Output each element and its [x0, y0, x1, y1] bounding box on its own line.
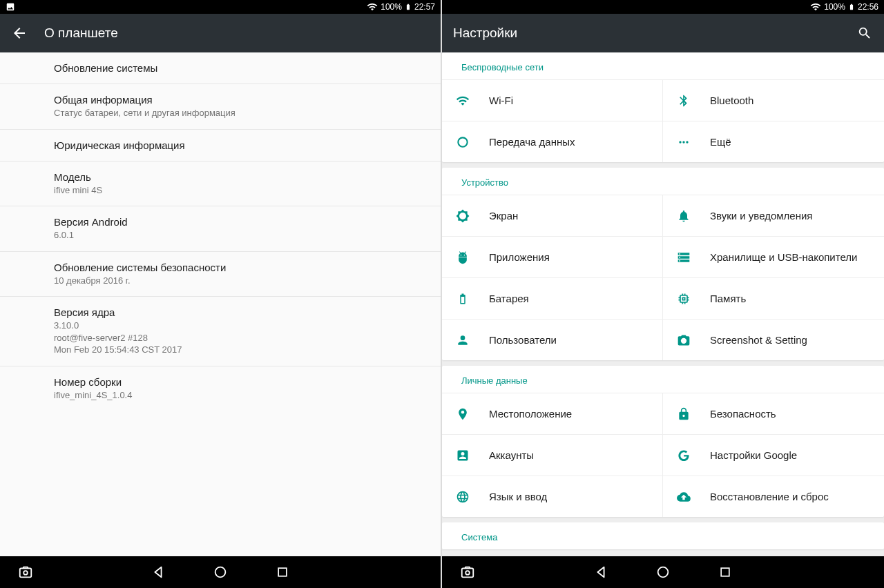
- general-info-row[interactable]: Общая информация Статус батареи, сети и …: [0, 84, 441, 130]
- battery-icon: [454, 291, 471, 307]
- tile-label: Восстановление и сброс: [710, 491, 829, 502]
- screenshot-icon: [675, 332, 692, 349]
- status-time: 22:57: [414, 2, 435, 12]
- svg-point-2: [215, 567, 226, 578]
- svg-rect-11: [721, 568, 729, 576]
- section-header: Устройство: [442, 168, 884, 195]
- tile-label: Ещё: [710, 136, 731, 148]
- row-primary: Версия ядра: [54, 306, 430, 318]
- svg-rect-0: [20, 569, 32, 578]
- navigation-bar: [442, 556, 884, 588]
- settings-tile-memory[interactable]: Память: [663, 277, 884, 319]
- tile-label: Память: [710, 293, 746, 304]
- settings-tile-wifi[interactable]: Wi-Fi: [442, 79, 663, 121]
- recents-nav-button[interactable]: [273, 563, 291, 581]
- accounts-icon: [454, 447, 471, 464]
- row-secondary: ifive_mini_4S_1.0.4: [54, 389, 430, 402]
- battery-icon: [848, 2, 855, 12]
- home-nav-button[interactable]: [211, 563, 229, 581]
- row-primary: Номер сборки: [54, 376, 430, 388]
- back-button[interactable]: [11, 25, 28, 41]
- svg-rect-3: [278, 568, 287, 576]
- svg-point-7: [686, 141, 688, 143]
- settings-tile-location[interactable]: Местоположение: [442, 393, 663, 434]
- tile-label: Wi-Fi: [489, 95, 513, 106]
- back-nav-button[interactable]: [149, 563, 167, 581]
- display-icon: [454, 208, 471, 224]
- row-primary: Модель: [54, 171, 430, 183]
- data-usage-icon: [454, 134, 471, 150]
- more-icon: [675, 134, 692, 150]
- settings-tile-storage[interactable]: Хранилище и USB-накопители: [663, 236, 884, 277]
- settings-section: Беспроводные сетиWi-FiBluetoothПередача …: [442, 52, 884, 162]
- row-secondary: ifive mini 4S: [54, 184, 430, 197]
- home-nav-button[interactable]: [654, 563, 672, 581]
- android-version-row[interactable]: Версия Android 6.0.1: [0, 206, 441, 252]
- settings-tile-bluetooth[interactable]: Bluetooth: [663, 79, 884, 121]
- tile-label: Bluetooth: [710, 95, 753, 106]
- tile-label: Язык и ввод: [489, 491, 547, 502]
- svg-point-6: [682, 141, 684, 143]
- row-primary: Обновление системы безопасности: [54, 262, 430, 273]
- row-primary: Версия Android: [54, 216, 430, 228]
- tile-label: Экран: [489, 210, 518, 222]
- section-header: Беспроводные сети: [442, 52, 884, 79]
- row-secondary: 6.0.1: [54, 229, 430, 242]
- status-bar: 100% 22:57: [0, 0, 441, 14]
- system-update-row[interactable]: Обновление системы: [0, 52, 441, 84]
- tile-label: Безопасность: [710, 408, 776, 420]
- settings-tile-apps[interactable]: Приложения: [442, 236, 663, 277]
- settings-tile-display[interactable]: Экран: [442, 195, 663, 236]
- wifi-icon: [810, 1, 821, 12]
- settings-tile-backup[interactable]: Восстановление и сброс: [663, 476, 884, 517]
- location-icon: [454, 406, 471, 422]
- back-nav-button[interactable]: [592, 563, 610, 581]
- settings-section: Система: [442, 522, 884, 549]
- section-header: Система: [442, 522, 884, 549]
- settings-tile-google[interactable]: Настройки Google: [663, 434, 884, 476]
- svg-rect-8: [462, 569, 474, 578]
- legal-info-row[interactable]: Юридическая информация: [0, 130, 441, 161]
- tile-label: Screenshot & Setting: [710, 334, 807, 346]
- tile-label: Передача данных: [489, 136, 575, 148]
- screenshot-button[interactable]: [459, 563, 477, 581]
- settings-tile-more[interactable]: Ещё: [663, 121, 884, 162]
- row-secondary: 3.10.0 root@five-server2 #128 Mon Feb 20…: [54, 320, 430, 356]
- recents-nav-button[interactable]: [716, 563, 734, 581]
- language-icon: [454, 489, 471, 505]
- svg-point-4: [458, 137, 467, 146]
- settings-content[interactable]: Беспроводные сетиWi-FiBluetoothПередача …: [442, 52, 884, 556]
- row-secondary: 10 декабря 2016 г.: [54, 275, 430, 287]
- build-number-row[interactable]: Номер сборки ifive_mini_4S_1.0.4: [0, 366, 441, 411]
- users-icon: [454, 332, 471, 349]
- settings-tile-language[interactable]: Язык и ввод: [442, 476, 663, 517]
- settings-tile-security[interactable]: Безопасность: [663, 393, 884, 434]
- kernel-version-row[interactable]: Версия ядра 3.10.0 root@five-server2 #12…: [0, 297, 441, 366]
- model-row[interactable]: Модель ifive mini 4S: [0, 161, 441, 207]
- search-button[interactable]: [856, 25, 873, 41]
- battery-icon: [405, 2, 412, 12]
- settings-tile-screenshot[interactable]: Screenshot & Setting: [663, 319, 884, 360]
- row-primary: Обновление системы: [54, 62, 430, 74]
- settings-tile-battery[interactable]: Батарея: [442, 277, 663, 319]
- settings-tile-users[interactable]: Пользователи: [442, 319, 663, 360]
- battery-percent: 100%: [381, 2, 402, 12]
- toolbar: О планшете: [0, 14, 441, 52]
- settings-tile-data-usage[interactable]: Передача данных: [442, 121, 663, 162]
- about-list: Обновление системы Общая информация Стат…: [0, 52, 441, 556]
- apps-icon: [454, 249, 471, 266]
- tile-label: Аккаунты: [489, 449, 534, 461]
- security-patch-row[interactable]: Обновление системы безопасности 10 декаб…: [0, 252, 441, 297]
- page-title: О планшете: [44, 26, 118, 41]
- tile-label: Настройки Google: [710, 449, 797, 461]
- settings-tile-notifications[interactable]: Звуки и уведомления: [663, 195, 884, 236]
- tile-label: Хранилище и USB-накопители: [710, 251, 857, 263]
- section-header: Личные данные: [442, 366, 884, 393]
- svg-point-10: [658, 567, 669, 578]
- tile-label: Пользователи: [489, 334, 557, 346]
- screenshot-button[interactable]: [17, 563, 35, 581]
- settings-section: УстройствоЭкранЗвуки и уведомленияПрилож…: [442, 168, 884, 360]
- settings-tile-accounts[interactable]: Аккаунты: [442, 434, 663, 476]
- tile-label: Звуки и уведомления: [710, 210, 812, 222]
- tile-label: Приложения: [489, 251, 550, 263]
